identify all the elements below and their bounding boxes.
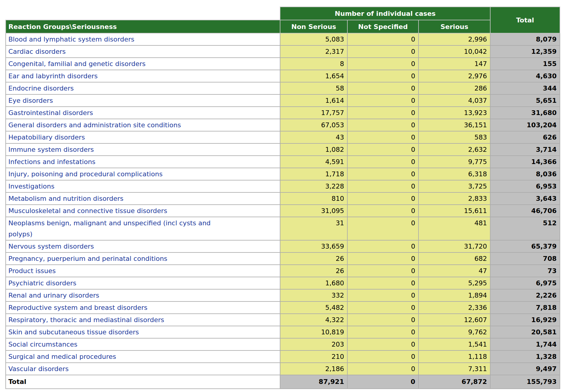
table-row: Congenital, familial and genetic disorde… [6, 58, 560, 70]
table-row: Investigations 3,228 0 3,725 6,953 [6, 180, 560, 192]
serious-value: 481 [419, 217, 490, 240]
row-total-value: 2,226 [490, 289, 560, 301]
non-serious-value: 58 [280, 82, 347, 94]
non-serious-value: 2,317 [280, 45, 347, 58]
non-serious-value: 1,718 [280, 168, 347, 180]
not-specified-value: 0 [347, 314, 419, 326]
row-total-value: 1,744 [490, 338, 560, 350]
reaction-group-cell: Nervous system disorders [6, 240, 280, 252]
column-header-not-specified: Not Specified [347, 20, 419, 33]
row-total-value: 1,328 [490, 350, 560, 363]
serious-value: 47 [419, 265, 490, 277]
non-serious-value: 31,095 [280, 205, 347, 217]
reaction-group-link[interactable]: Respiratory, thoracic and mediastinal di… [8, 314, 164, 325]
reaction-group-cell: Musculoskeletal and connective tissue di… [6, 205, 280, 217]
not-specified-value: 0 [347, 119, 419, 131]
reaction-group-link[interactable]: Renal and urinary disorders [8, 290, 99, 301]
row-total-value: 4,630 [490, 70, 560, 82]
serious-value: 13,923 [419, 107, 490, 119]
reaction-group-cell: Endocrine disorders [6, 82, 280, 94]
reaction-group-cell: Psychiatric disorders [6, 277, 280, 289]
table-row: Psychiatric disorders 1,680 0 5,295 6,97… [6, 277, 560, 289]
table-row: General disorders and administration sit… [6, 119, 560, 131]
reaction-group-link[interactable]: General disorders and administration sit… [8, 120, 181, 131]
serious-value: 2,632 [419, 143, 490, 156]
non-serious-value: 810 [280, 192, 347, 205]
serious-value: 10,042 [419, 45, 490, 58]
reaction-group-link[interactable]: Nervous system disorders [8, 241, 94, 252]
reaction-group-link[interactable]: Investigations [8, 181, 54, 192]
total-row: Total 87,921 0 67,872 155,793 [6, 375, 560, 389]
reaction-group-cell: Blood and lymphatic system disorders [6, 33, 280, 45]
reaction-group-link[interactable]: Social circumstances [8, 339, 77, 350]
row-total-value: 12,359 [490, 45, 560, 58]
serious-value: 5,295 [419, 277, 490, 289]
reaction-group-link[interactable]: Immune system disorders [8, 144, 94, 155]
reaction-group-link[interactable]: Hepatobiliary disorders [8, 132, 85, 143]
not-specified-value: 0 [347, 82, 419, 94]
reaction-group-link[interactable]: Blood and lymphatic system disorders [8, 34, 134, 45]
reaction-group-link[interactable]: Infections and infestations [8, 156, 95, 167]
not-specified-value: 0 [347, 107, 419, 119]
not-specified-value: 0 [347, 192, 419, 205]
non-serious-value: 10,819 [280, 326, 347, 338]
serious-value: 1,894 [419, 289, 490, 301]
row-total-value: 3,643 [490, 192, 560, 205]
reaction-group-link[interactable]: Gastrointestinal disorders [8, 107, 93, 118]
serious-value: 9,775 [419, 156, 490, 168]
reaction-group-link[interactable]: Musculoskeletal and connective tissue di… [8, 205, 167, 216]
table-row: Nervous system disorders 33,659 0 31,720… [6, 240, 560, 252]
reaction-group-cell: Reproductive system and breast disorders [6, 301, 280, 314]
reaction-group-link[interactable]: Metabolism and nutrition disorders [8, 193, 123, 204]
not-specified-value: 0 [347, 70, 419, 82]
reaction-group-link[interactable]: Psychiatric disorders [8, 278, 77, 289]
row-total-value: 73 [490, 265, 560, 277]
serious-value: 15,611 [419, 205, 490, 217]
report-page: Number of individual cases Total Reactio… [0, 0, 562, 392]
not-specified-value: 0 [347, 168, 419, 180]
reaction-group-link[interactable]: Reproductive system and breast disorders [8, 302, 147, 313]
row-total-value: 708 [490, 252, 560, 265]
table-row: Respiratory, thoracic and mediastinal di… [6, 314, 560, 326]
table-row: Infections and infestations 4,591 0 9,77… [6, 156, 560, 168]
not-specified-value: 0 [347, 58, 419, 70]
row-total-value: 6,953 [490, 180, 560, 192]
row-total-value: 46,706 [490, 205, 560, 217]
table-row: Pregnancy, puerperium and perinatal cond… [6, 252, 560, 265]
table-row: Blood and lymphatic system disorders 5,0… [6, 33, 560, 45]
non-serious-value: 332 [280, 289, 347, 301]
reaction-group-link[interactable]: Vascular disorders [8, 363, 69, 374]
reaction-group-link[interactable]: Neoplasms benign, malignant and unspecif… [8, 218, 233, 240]
non-serious-value: 210 [280, 350, 347, 363]
table-row: Cardiac disorders 2,317 0 10,042 12,359 [6, 45, 560, 58]
reaction-group-link[interactable]: Congenital, familial and genetic disorde… [8, 58, 146, 69]
reaction-group-cell: Cardiac disorders [6, 45, 280, 58]
non-serious-value: 26 [280, 252, 347, 265]
reaction-group-cell: Gastrointestinal disorders [6, 107, 280, 119]
reaction-group-cell: Injury, poisoning and procedural complic… [6, 168, 280, 180]
reaction-group-link[interactable]: Endocrine disorders [8, 83, 74, 94]
reaction-group-link[interactable]: Surgical and medical procedures [8, 351, 116, 362]
reaction-group-link[interactable]: Skin and subcutaneous tissue disorders [8, 327, 139, 338]
non-serious-value: 31 [280, 217, 347, 240]
reaction-group-link[interactable]: Eye disorders [8, 95, 53, 106]
reaction-group-link[interactable]: Injury, poisoning and procedural complic… [8, 169, 163, 180]
reaction-group-cell: Infections and infestations [6, 156, 280, 168]
non-serious-value: 67,053 [280, 119, 347, 131]
not-specified-value: 0 [347, 131, 419, 143]
table-row: Musculoskeletal and connective tissue di… [6, 205, 560, 217]
not-specified-value: 0 [347, 143, 419, 156]
reaction-group-link[interactable]: Pregnancy, puerperium and perinatal cond… [8, 253, 167, 264]
reaction-group-cell: Skin and subcutaneous tissue disorders [6, 326, 280, 338]
serious-value: 31,720 [419, 240, 490, 252]
table-row: Gastrointestinal disorders 17,757 0 13,9… [6, 107, 560, 119]
non-serious-value: 8 [280, 58, 347, 70]
reaction-group-link[interactable]: Cardiac disorders [8, 46, 66, 57]
reaction-group-link[interactable]: Ear and labyrinth disorders [8, 71, 98, 82]
row-total-value: 6,975 [490, 277, 560, 289]
row-total-value: 626 [490, 131, 560, 143]
reaction-group-link[interactable]: Product issues [8, 265, 56, 276]
reaction-group-cell: Congenital, familial and genetic disorde… [6, 58, 280, 70]
not-specified-value: 0 [347, 326, 419, 338]
non-serious-value: 203 [280, 338, 347, 350]
